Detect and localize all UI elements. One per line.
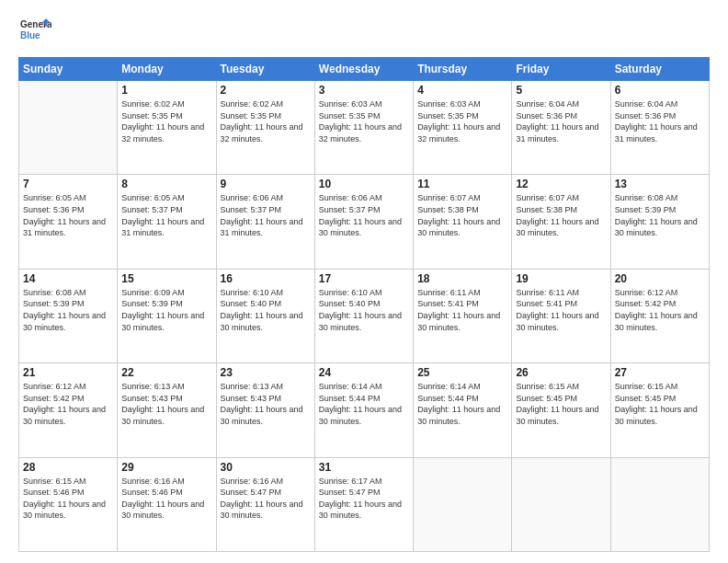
calendar-row-4: 28 Sunrise: 6:15 AM Sunset: 5:46 PM Dayl… [19,457,710,551]
calendar-cell: 9 Sunrise: 6:06 AM Sunset: 5:37 PM Dayli… [216,175,314,269]
cell-info: Sunrise: 6:03 AM Sunset: 5:35 PM Dayligh… [417,98,507,144]
cell-info: Sunrise: 6:15 AM Sunset: 5:45 PM Dayligh… [615,381,705,427]
day-number: 1 [121,84,211,97]
calendar-cell: 19 Sunrise: 6:11 AM Sunset: 5:41 PM Dayl… [512,269,610,362]
cell-info: Sunrise: 6:06 AM Sunset: 5:37 PM Dayligh… [221,192,311,238]
col-header-monday: Monday [118,58,216,81]
cell-info: Sunrise: 6:10 AM Sunset: 5:40 PM Dayligh… [319,287,409,333]
calendar-cell: 8 Sunrise: 6:05 AM Sunset: 5:37 PM Dayli… [118,175,216,269]
cell-info: Sunrise: 6:02 AM Sunset: 5:35 PM Dayligh… [221,98,311,144]
cell-info: Sunrise: 6:16 AM Sunset: 5:46 PM Dayligh… [121,476,211,522]
calendar-cell: 31 Sunrise: 6:17 AM Sunset: 5:47 PM Dayl… [314,457,413,551]
header: General Blue [18,15,710,48]
day-number: 21 [23,366,113,379]
calendar-table: SundayMondayTuesdayWednesdayThursdayFrid… [18,57,710,552]
calendar-cell: 20 Sunrise: 6:12 AM Sunset: 5:42 PM Dayl… [610,269,709,362]
cell-info: Sunrise: 6:13 AM Sunset: 5:43 PM Dayligh… [121,381,211,427]
day-number: 16 [221,272,311,285]
calendar-row-3: 21 Sunrise: 6:12 AM Sunset: 5:42 PM Dayl… [19,363,710,457]
calendar-cell: 7 Sunrise: 6:05 AM Sunset: 5:36 PM Dayli… [19,175,118,269]
col-header-tuesday: Tuesday [216,58,314,81]
col-header-thursday: Thursday [414,58,512,81]
day-number: 2 [221,84,311,97]
day-number: 30 [221,461,311,474]
day-number: 17 [319,272,409,285]
calendar-cell: 24 Sunrise: 6:14 AM Sunset: 5:44 PM Dayl… [314,363,413,457]
calendar-cell: 12 Sunrise: 6:07 AM Sunset: 5:38 PM Dayl… [512,175,610,269]
day-number: 18 [417,272,507,285]
day-number: 20 [615,272,705,285]
day-number: 29 [121,461,211,474]
day-number: 22 [121,366,211,379]
day-number: 6 [615,84,705,97]
calendar-cell: 15 Sunrise: 6:09 AM Sunset: 5:39 PM Dayl… [118,269,216,362]
calendar-row-0: 1 Sunrise: 6:02 AM Sunset: 5:35 PM Dayli… [19,81,710,175]
cell-info: Sunrise: 6:11 AM Sunset: 5:41 PM Dayligh… [417,287,507,333]
calendar-cell: 17 Sunrise: 6:10 AM Sunset: 5:40 PM Dayl… [314,269,413,362]
calendar-cell: 13 Sunrise: 6:08 AM Sunset: 5:39 PM Dayl… [610,175,709,269]
col-header-friday: Friday [512,58,610,81]
calendar-cell: 1 Sunrise: 6:02 AM Sunset: 5:35 PM Dayli… [118,81,216,175]
calendar-cell [512,457,610,551]
calendar-cell: 4 Sunrise: 6:03 AM Sunset: 5:35 PM Dayli… [414,81,512,175]
day-number: 25 [417,366,507,379]
day-number: 26 [516,366,606,379]
day-number: 13 [615,178,705,190]
cell-info: Sunrise: 6:10 AM Sunset: 5:40 PM Dayligh… [221,287,311,333]
cell-info: Sunrise: 6:06 AM Sunset: 5:37 PM Dayligh… [319,192,409,238]
day-number: 4 [417,84,507,97]
day-number: 14 [23,272,113,285]
calendar-row-2: 14 Sunrise: 6:08 AM Sunset: 5:39 PM Dayl… [19,269,710,362]
cell-info: Sunrise: 6:17 AM Sunset: 5:47 PM Dayligh… [319,476,409,522]
page: General Blue SundayMondayTuesdayWednesda… [0,0,728,563]
day-number: 5 [516,84,606,97]
calendar-cell: 25 Sunrise: 6:14 AM Sunset: 5:44 PM Dayl… [414,363,512,457]
cell-info: Sunrise: 6:05 AM Sunset: 5:36 PM Dayligh… [23,192,113,238]
day-number: 10 [319,178,409,190]
day-number: 7 [23,178,113,190]
calendar-cell: 14 Sunrise: 6:08 AM Sunset: 5:39 PM Dayl… [19,269,118,362]
calendar-row-1: 7 Sunrise: 6:05 AM Sunset: 5:36 PM Dayli… [19,175,710,269]
calendar-cell: 6 Sunrise: 6:04 AM Sunset: 5:36 PM Dayli… [610,81,709,175]
calendar-cell: 16 Sunrise: 6:10 AM Sunset: 5:40 PM Dayl… [216,269,314,362]
day-number: 8 [121,178,211,190]
calendar-cell: 10 Sunrise: 6:06 AM Sunset: 5:37 PM Dayl… [314,175,413,269]
cell-info: Sunrise: 6:15 AM Sunset: 5:45 PM Dayligh… [516,381,606,427]
calendar-cell: 26 Sunrise: 6:15 AM Sunset: 5:45 PM Dayl… [512,363,610,457]
cell-info: Sunrise: 6:07 AM Sunset: 5:38 PM Dayligh… [417,192,507,238]
cell-info: Sunrise: 6:15 AM Sunset: 5:46 PM Dayligh… [23,476,113,522]
day-number: 19 [516,272,606,285]
day-number: 3 [319,84,409,97]
day-number: 15 [121,272,211,285]
cell-info: Sunrise: 6:14 AM Sunset: 5:44 PM Dayligh… [319,381,409,427]
day-number: 12 [516,178,606,190]
cell-info: Sunrise: 6:13 AM Sunset: 5:43 PM Dayligh… [221,381,311,427]
calendar-cell: 18 Sunrise: 6:11 AM Sunset: 5:41 PM Dayl… [414,269,512,362]
calendar-cell: 23 Sunrise: 6:13 AM Sunset: 5:43 PM Dayl… [216,363,314,457]
calendar-cell: 2 Sunrise: 6:02 AM Sunset: 5:35 PM Dayli… [216,81,314,175]
day-number: 27 [615,366,705,379]
logo: General Blue [18,15,51,48]
cell-info: Sunrise: 6:03 AM Sunset: 5:35 PM Dayligh… [319,98,409,144]
col-header-saturday: Saturday [610,58,709,81]
cell-info: Sunrise: 6:14 AM Sunset: 5:44 PM Dayligh… [417,381,507,427]
calendar-cell: 30 Sunrise: 6:16 AM Sunset: 5:47 PM Dayl… [216,457,314,551]
calendar-cell: 5 Sunrise: 6:04 AM Sunset: 5:36 PM Dayli… [512,81,610,175]
calendar-cell: 22 Sunrise: 6:13 AM Sunset: 5:43 PM Dayl… [118,363,216,457]
calendar-cell [414,457,512,551]
cell-info: Sunrise: 6:08 AM Sunset: 5:39 PM Dayligh… [23,287,113,333]
day-number: 11 [417,178,507,190]
day-number: 31 [319,461,409,474]
calendar-cell: 29 Sunrise: 6:16 AM Sunset: 5:46 PM Dayl… [118,457,216,551]
cell-info: Sunrise: 6:08 AM Sunset: 5:39 PM Dayligh… [615,192,705,238]
cell-info: Sunrise: 6:12 AM Sunset: 5:42 PM Dayligh… [615,287,705,333]
col-header-sunday: Sunday [19,58,118,81]
day-number: 23 [221,366,311,379]
cell-info: Sunrise: 6:16 AM Sunset: 5:47 PM Dayligh… [221,476,311,522]
cell-info: Sunrise: 6:04 AM Sunset: 5:36 PM Dayligh… [615,98,705,144]
calendar-cell: 27 Sunrise: 6:15 AM Sunset: 5:45 PM Dayl… [610,363,709,457]
logo-svg: General Blue [18,15,51,48]
cell-info: Sunrise: 6:09 AM Sunset: 5:39 PM Dayligh… [121,287,211,333]
calendar-cell [610,457,709,551]
calendar-cell: 21 Sunrise: 6:12 AM Sunset: 5:42 PM Dayl… [19,363,118,457]
